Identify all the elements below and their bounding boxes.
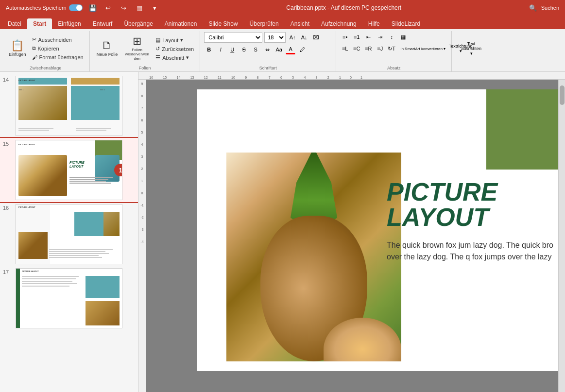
- group-schriftart: Calibri 18 A↑ A↓ ⌧ B I U S S ⇔ Aa A 🖊: [200, 31, 336, 71]
- tab-slidelizard[interactable]: SlideLizard: [386, 18, 426, 29]
- slide-number-15: 15: [3, 140, 13, 147]
- scroll-thumb-v[interactable]: [560, 85, 565, 105]
- bullets-button[interactable]: ≡•: [340, 32, 350, 42]
- clear-format-button[interactable]: ⌧: [311, 33, 321, 42]
- ausschneiden-button[interactable]: ✂ Ausschneiden: [30, 35, 86, 44]
- font-family-select[interactable]: Calibri: [204, 32, 262, 43]
- tab-hilfe[interactable]: Hilfe: [362, 18, 386, 29]
- indent-increase-button[interactable]: ⇥: [375, 32, 385, 42]
- font-size-select[interactable]: 18: [264, 32, 286, 43]
- indent-decrease-button[interactable]: ⇤: [363, 32, 373, 42]
- bold-button[interactable]: B: [204, 45, 214, 54]
- abschnitt-button[interactable]: ☰ Abschnitt ▾: [154, 53, 196, 62]
- search-label[interactable]: Suchen: [541, 5, 559, 11]
- font-increase-button[interactable]: A↑: [288, 33, 297, 42]
- pineapple-visual: [226, 153, 401, 361]
- autosave-toggle[interactable]: Automatisches Speichern: [6, 4, 83, 11]
- reuse-icon: ⊞: [133, 36, 141, 47]
- present-button[interactable]: ▦: [134, 2, 145, 13]
- slide-thumb-16[interactable]: PICTURE LAYOUT: [16, 204, 122, 264]
- align-left-button[interactable]: ≡L: [340, 44, 350, 53]
- tab-slideshow[interactable]: Slide Show: [203, 18, 244, 29]
- strikethrough-button[interactable]: S: [239, 45, 249, 54]
- undo-button[interactable]: ↩: [103, 2, 114, 13]
- titlebar-left: Automatisches Speichern 💾 ↩ ↪ ▦ ▾: [6, 2, 160, 13]
- layout-button[interactable]: ▤ Layout ▾: [154, 36, 196, 45]
- tab-datei[interactable]: Datei: [2, 18, 27, 29]
- tab-start[interactable]: Start: [27, 18, 52, 29]
- text-align-vert-button[interactable]: Text ausrichten ▾: [466, 44, 476, 53]
- case-button[interactable]: Aa: [274, 45, 284, 54]
- drawing-content: Textrichtung ▾ Text ausrichten ▾: [456, 32, 476, 65]
- tab-einfugen[interactable]: Einfügen: [52, 18, 86, 29]
- italic-button[interactable]: I: [216, 45, 225, 54]
- scrollbar-v[interactable]: [558, 80, 565, 392]
- abschnitt-label: Abschnitt: [162, 55, 184, 61]
- ausschneiden-label: Ausschneiden: [38, 37, 72, 43]
- reset-icon: ↺: [155, 46, 160, 52]
- abschnitt-arrow: ▾: [186, 54, 189, 61]
- tab-entwurf[interactable]: Entwurf: [87, 18, 119, 29]
- search-button[interactable]: 🔍: [528, 2, 538, 13]
- titlebar: Automatisches Speichern 💾 ↩ ↪ ▦ ▾ Caribb…: [0, 0, 565, 16]
- slide-title: PICTURE LAYOUT: [387, 179, 557, 230]
- char-spacing-button[interactable]: ⇔: [262, 45, 272, 54]
- font-color-button[interactable]: A: [286, 45, 295, 54]
- einfugen-button[interactable]: 📋 Einfügen: [6, 34, 29, 63]
- paste-icon: 📋: [11, 40, 24, 51]
- tab-ubergange[interactable]: Übergänge: [118, 18, 158, 29]
- tab-animationen[interactable]: Animationen: [159, 18, 203, 29]
- new-slide-icon: 🗋: [102, 40, 112, 51]
- group-zwischenablage-content: 📋 Einfügen ✂ Ausschneiden ⧉ Kopieren 🖌 F…: [6, 32, 86, 65]
- layout-arrow: ▾: [180, 37, 183, 43]
- tab-aufzeichnung[interactable]: Aufzeichnung: [315, 18, 362, 29]
- slide-item-16[interactable]: 16 PICTURE LAYOUT: [0, 202, 138, 266]
- align-right-button[interactable]: ≡R: [363, 44, 373, 53]
- slide-canvas[interactable]: PICTURE LAYOUT The quick brown fox jum l…: [146, 80, 558, 392]
- cut-icon: ✂: [32, 36, 36, 43]
- slide-thumb-15[interactable]: PICTURELAYOUT PICTURE LAYOUT 1: [16, 140, 122, 200]
- zurucksetzen-label: Zurücksetzen: [162, 46, 194, 52]
- shadow-button[interactable]: S: [251, 45, 260, 54]
- slide-text-area: PICTURE LAYOUT The quick brown fox jum l…: [377, 170, 558, 268]
- neue-folie-button[interactable]: 🗋 Neue Folie: [94, 34, 121, 63]
- slide-item-15[interactable]: 15 PICTURELAYOUT: [0, 138, 138, 202]
- folien-wiederverwenden-button[interactable]: ⊞ Folien wiederverwenden: [121, 34, 153, 63]
- text-direction-button[interactable]: ↻T: [387, 44, 396, 53]
- line-spacing-button[interactable]: ↕: [387, 32, 396, 42]
- redo-button[interactable]: ↪: [119, 2, 129, 13]
- layout-icon: ▤: [155, 37, 160, 43]
- align-center-button[interactable]: ≡C: [352, 44, 361, 53]
- slide-number-17: 17: [3, 268, 13, 275]
- font-row-1: Calibri 18 A↑ A↓ ⌧: [204, 32, 332, 43]
- smartart-button[interactable]: In SmartArt konvertieren ▾: [398, 44, 447, 53]
- slide-thumb-14[interactable]: PICTURE LAYOUT Title 1 Title 2: [16, 76, 122, 136]
- titlebar-center: Caribbean.pptx - Auf diesem PC gespeiche…: [160, 4, 528, 11]
- text-highlight-button[interactable]: 🖊: [297, 45, 307, 54]
- schriftart-label: Schriftart: [200, 66, 336, 70]
- columns-button[interactable]: ▦: [398, 32, 408, 42]
- slide-item-17[interactable]: 17 PICTURE LAYOUT: [0, 266, 138, 330]
- slide-thumb-17[interactable]: PICTURE LAYOUT: [16, 268, 122, 328]
- justify-button[interactable]: ≡J: [375, 44, 385, 53]
- clipboard-secondary: ✂ Ausschneiden ⧉ Kopieren 🖌 Format übert…: [30, 35, 86, 62]
- slide-panel[interactable]: 14 PICTURE LAYOUT: [0, 72, 138, 392]
- ruler-v-marks: 9876543210-1-2-3-4: [138, 80, 146, 243]
- tab-ansicht[interactable]: Ansicht: [285, 18, 315, 29]
- format-ubertragen-button[interactable]: 🖌 Format übertragen: [30, 53, 86, 62]
- font-decrease-button[interactable]: A↓: [299, 33, 309, 42]
- tab-uberpruefen[interactable]: Überprüfen: [244, 18, 285, 29]
- group-absatz: ≡• ≡1 ⇤ ⇥ ↕ ▦ ≡L ≡C ≡R ≡J ↻T In SmartArt…: [336, 31, 452, 71]
- numbered-list-button[interactable]: ≡1: [352, 32, 361, 42]
- save-button[interactable]: 💾: [87, 2, 98, 13]
- slide-content[interactable]: PICTURE LAYOUT The quick brown fox jum l…: [197, 89, 558, 371]
- underline-button[interactable]: U: [227, 45, 237, 54]
- zurucksetzen-button[interactable]: ↺ Zurücksetzen: [154, 45, 196, 53]
- autosave-switch[interactable]: [69, 4, 83, 11]
- kopieren-button[interactable]: ⧉ Kopieren: [30, 44, 86, 53]
- ribbon-toolbar: 📋 Einfügen ✂ Ausschneiden ⧉ Kopieren 🖌 F…: [0, 29, 565, 72]
- thumb-content-14: PICTURE LAYOUT Title 1 Title 2: [16, 76, 122, 136]
- neue-folie-label: Neue Folie: [97, 52, 118, 57]
- more-options-button[interactable]: ▾: [150, 2, 160, 13]
- slide-item-14[interactable]: 14 PICTURE LAYOUT: [0, 74, 138, 138]
